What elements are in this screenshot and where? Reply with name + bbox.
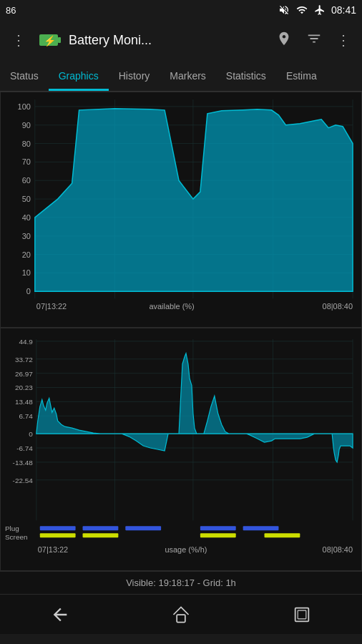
svg-rect-69 xyxy=(83,533,119,537)
chart-usage: 44.9 33.72 26.97 20.23 13.48 6.74 0 -6.7… xyxy=(0,328,362,571)
home-button[interactable] xyxy=(160,600,202,629)
svg-rect-78 xyxy=(295,608,308,621)
svg-text:44.9: 44.9 xyxy=(19,338,33,346)
chart-usage-svg: 44.9 33.72 26.97 20.23 13.48 6.74 0 -6.7… xyxy=(1,328,361,570)
svg-text:60: 60 xyxy=(22,176,31,185)
app-bar-actions: ⋮ xyxy=(270,25,356,56)
svg-text:20: 20 xyxy=(22,250,31,259)
svg-text:-6.74: -6.74 xyxy=(16,444,33,452)
svg-text:13.48: 13.48 xyxy=(15,398,33,406)
svg-text:0: 0 xyxy=(29,430,33,438)
svg-text:10: 10 xyxy=(22,268,31,277)
svg-text:07|13:22: 07|13:22 xyxy=(38,545,68,554)
chart-available-svg: 100 90 80 70 60 50 40 30 20 10 0 07|13:2… xyxy=(1,92,361,327)
svg-text:70: 70 xyxy=(22,157,31,166)
svg-rect-67 xyxy=(243,526,279,530)
filter-button[interactable] xyxy=(300,25,328,56)
svg-rect-64 xyxy=(83,526,119,530)
svg-text:100: 100 xyxy=(18,102,31,111)
svg-text:40: 40 xyxy=(22,213,31,222)
mute-icon xyxy=(278,4,290,16)
nav-bar xyxy=(0,594,362,634)
svg-text:usage (%/h): usage (%/h) xyxy=(165,545,207,554)
svg-text:90: 90 xyxy=(22,121,31,130)
svg-rect-79 xyxy=(298,610,306,619)
svg-text:-13.48: -13.48 xyxy=(13,459,34,467)
svg-text:Plug: Plug xyxy=(5,525,19,532)
svg-text:07|13:22: 07|13:22 xyxy=(36,302,67,311)
time-display: 08:41 xyxy=(331,4,356,16)
visible-grid-info: Visible: 19:18:17 - Grid: 1h xyxy=(126,577,236,588)
tab-bar: Status Graphics History Markers Statisti… xyxy=(0,60,362,92)
svg-text:Screen: Screen xyxy=(5,533,28,541)
svg-rect-70 xyxy=(200,533,236,537)
svg-text:08|08:40: 08|08:40 xyxy=(323,545,353,554)
svg-text:20.23: 20.23 xyxy=(15,384,33,391)
airplane-icon xyxy=(314,4,326,16)
svg-text:08|08:40: 08|08:40 xyxy=(323,302,353,311)
svg-rect-65 xyxy=(125,526,161,530)
status-bar-left: 86 xyxy=(6,5,16,16)
app-icon: ⚡ xyxy=(37,27,63,53)
tab-estimates[interactable]: Estima xyxy=(276,60,327,91)
wifi-icon xyxy=(295,4,308,16)
signal-strength: 86 xyxy=(6,5,16,16)
app-title: Battery Moni... xyxy=(69,33,265,48)
svg-rect-1 xyxy=(58,37,61,43)
svg-text:33.72: 33.72 xyxy=(15,356,33,364)
svg-text:30: 30 xyxy=(22,232,31,240)
tab-statistics[interactable]: Statistics xyxy=(216,60,276,91)
svg-rect-77 xyxy=(177,615,185,623)
tab-graphics[interactable]: Graphics xyxy=(49,60,109,91)
svg-rect-68 xyxy=(40,533,76,537)
svg-text:80: 80 xyxy=(22,140,31,148)
tab-history[interactable]: History xyxy=(109,60,160,91)
overflow-menu-button[interactable]: ⋮ xyxy=(331,26,356,54)
svg-rect-63 xyxy=(40,526,76,530)
tab-markers[interactable]: Markers xyxy=(160,60,216,91)
svg-text:-22.54: -22.54 xyxy=(13,477,34,484)
svg-text:available (%): available (%) xyxy=(149,302,194,311)
app-bar: ⋮ ⚡ Battery Moni... ⋮ xyxy=(0,20,362,60)
svg-text:6.74: 6.74 xyxy=(19,412,33,420)
svg-text:⚡: ⚡ xyxy=(44,35,57,47)
bottom-status: Visible: 19:18:17 - Grid: 1h xyxy=(0,571,362,594)
status-bar-right: 08:41 xyxy=(278,4,356,16)
recent-apps-button[interactable] xyxy=(280,600,323,629)
tab-status[interactable]: Status xyxy=(0,60,49,91)
status-bar: 86 08:41 xyxy=(0,0,362,20)
svg-text:0: 0 xyxy=(26,287,31,296)
svg-rect-66 xyxy=(200,526,236,530)
recent-apps-icon xyxy=(292,605,312,625)
svg-rect-71 xyxy=(265,533,300,537)
location-button[interactable] xyxy=(270,25,298,56)
menu-button[interactable]: ⋮ xyxy=(6,26,31,54)
svg-text:50: 50 xyxy=(22,195,31,203)
chart-available: 100 90 80 70 60 50 40 30 20 10 0 07|13:2… xyxy=(0,92,362,328)
svg-text:26.97: 26.97 xyxy=(15,370,33,378)
back-button[interactable] xyxy=(39,600,82,629)
